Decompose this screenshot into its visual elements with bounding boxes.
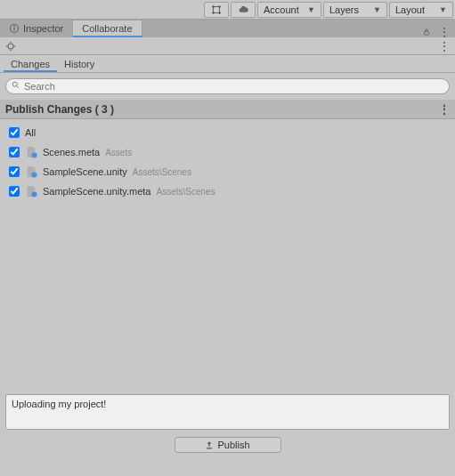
svg-point-16 (31, 172, 37, 177)
lock-icon[interactable] (421, 27, 432, 37)
subtab-history[interactable]: History (57, 56, 102, 72)
checkbox-file[interactable] (9, 186, 20, 197)
tab-collaborate-label: Collaborate (82, 23, 132, 34)
svg-rect-6 (13, 26, 15, 28)
cloud-icon (237, 4, 249, 16)
subtab-changes[interactable]: Changes (4, 56, 57, 72)
services-icon (210, 4, 223, 16)
layout-dropdown[interactable]: Layout ▼ (389, 2, 453, 18)
svg-line-14 (17, 86, 20, 89)
svg-point-11 (6, 45, 8, 47)
top-toolbar: Account ▼ Layers ▼ Layout ▼ (0, 0, 455, 20)
file-modified-icon (25, 165, 37, 178)
file-modified-icon (25, 185, 37, 198)
refresh-icon[interactable] (5, 41, 16, 52)
file-row: SampleScene.unity.meta Assets\Scenes (0, 182, 455, 201)
panel-tabs: Inspector Collaborate ⋮ (0, 20, 455, 37)
publish-button[interactable]: Publish (175, 437, 281, 453)
search-icon (12, 81, 20, 92)
collab-menu-icon[interactable]: ⋮ (439, 41, 450, 52)
svg-point-10 (10, 49, 12, 51)
chevron-down-icon: ▼ (439, 5, 447, 14)
account-label: Account (264, 4, 299, 15)
publish-button-label: Publish (217, 440, 249, 450)
collab-toolbar: ⋮ (0, 37, 455, 55)
upload-icon (205, 440, 214, 449)
file-name: SampleScene.unity (43, 166, 127, 177)
collab-subtabs: Changes History (0, 55, 455, 73)
svg-point-17 (31, 191, 37, 197)
publish-menu-icon[interactable]: ⋮ (439, 104, 450, 115)
checkbox-all[interactable] (9, 127, 20, 138)
file-name: Scenes.meta (43, 147, 100, 157)
panel-menu-icon[interactable]: ⋮ (439, 27, 450, 37)
commit-message-input[interactable] (5, 394, 450, 430)
checkbox-file[interactable] (9, 147, 20, 157)
checkbox-file[interactable] (9, 166, 20, 177)
tab-collaborate[interactable]: Collaborate (73, 20, 142, 37)
publish-header: Publish Changes ( 3 ) ⋮ (0, 100, 455, 119)
chevron-down-icon: ▼ (307, 5, 315, 14)
publish-header-label: Publish Changes ( 3 ) (5, 103, 114, 116)
tab-inspector-label: Inspector (23, 23, 63, 34)
file-row-all: All (0, 123, 455, 142)
spacer (0, 205, 455, 389)
search-input[interactable] (24, 81, 443, 92)
tab-inspector[interactable]: Inspector (0, 20, 73, 37)
layout-label: Layout (395, 4, 425, 15)
search-input-wrap[interactable] (5, 78, 450, 94)
svg-point-12 (14, 45, 16, 47)
svg-point-8 (8, 44, 13, 49)
file-modified-icon (25, 146, 37, 158)
all-label: All (25, 127, 36, 138)
bottom-area: Publish (0, 389, 455, 458)
file-name: SampleScene.unity.meta (43, 186, 150, 197)
chevron-down-icon: ▼ (373, 5, 381, 14)
cloud-button[interactable] (231, 2, 256, 18)
svg-point-15 (31, 152, 37, 157)
layers-dropdown[interactable]: Layers ▼ (323, 2, 387, 18)
publish-button-row: Publish (5, 437, 450, 453)
svg-rect-7 (425, 31, 429, 35)
file-row: Scenes.meta Assets (0, 142, 455, 162)
file-path: Assets\Scenes (156, 187, 215, 197)
file-row: SampleScene.unity Assets\Scenes (0, 162, 455, 182)
info-icon (9, 23, 20, 34)
file-path: Assets\Scenes (133, 167, 191, 177)
account-dropdown[interactable]: Account ▼ (257, 2, 321, 18)
layers-label: Layers (329, 4, 359, 15)
search-row (0, 73, 455, 100)
svg-point-13 (12, 82, 17, 86)
services-button[interactable] (204, 2, 229, 18)
svg-rect-5 (13, 28, 15, 30)
file-path: Assets (105, 148, 132, 157)
file-list: All Scenes.meta Assets SampleScene.unity… (0, 119, 455, 205)
svg-point-9 (10, 41, 12, 43)
tabs-right-controls: ⋮ (421, 27, 455, 37)
